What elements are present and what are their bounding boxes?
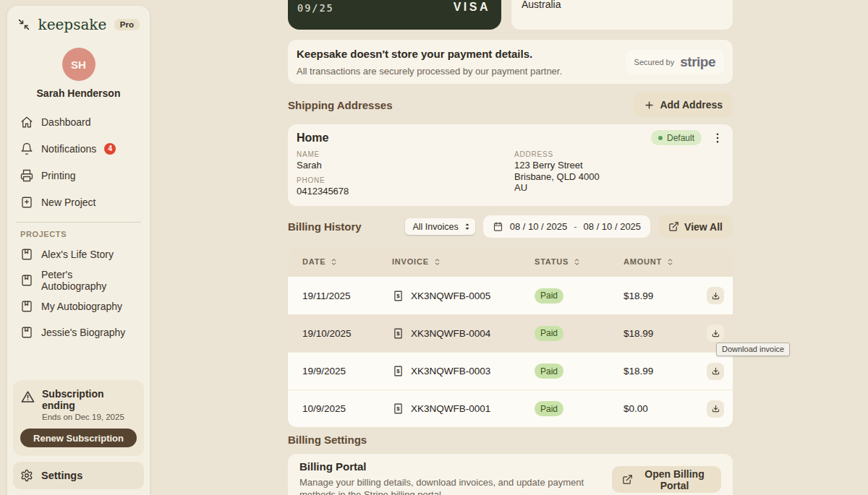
sidebar-item-label: Notifications <box>41 143 96 155</box>
address-field-value: 123 Berry Street Brisbane, QLD 4000 AU <box>514 160 600 194</box>
invoices-table: Date Invoice Status Amount 19/11/2025 $ … <box>288 246 733 427</box>
invoice-amount: $18.99 <box>624 290 707 301</box>
table-row: 19/10/2025 $ XK3NQWFB-0004 Paid $18.99 <box>288 314 733 352</box>
download-invoice-button[interactable] <box>707 287 724 304</box>
invoice-number-cell: $ XK3NQWFB-0003 <box>392 365 535 377</box>
renew-subscription-button[interactable]: Renew Subscription <box>20 429 137 447</box>
receipt-icon: $ <box>392 290 404 302</box>
keepsake-logo: keepsake <box>38 16 107 33</box>
sidebar-divider <box>16 222 141 223</box>
project-item-label: Jessie's Biography <box>41 327 125 338</box>
sort-icon <box>433 258 441 266</box>
invoice-date: 10/9/2025 <box>302 403 392 414</box>
billing-country: Australia <box>522 0 561 10</box>
sidebar-item-settings[interactable]: Settings <box>13 462 144 489</box>
phone-field-value: 0412345678 <box>297 186 724 197</box>
sidebar-header: keepsake Pro <box>13 16 144 33</box>
download-invoice-tooltip: Download invoice <box>716 343 790 356</box>
projects-list: Alex's Life Story Peter's Autobiography … <box>13 241 144 345</box>
projects-section-label: PROJECTS <box>13 228 144 241</box>
shipping-addresses-header: Shipping Addresses Add Address <box>288 92 733 117</box>
svg-text:$: $ <box>396 368 400 374</box>
add-address-button[interactable]: Add Address <box>634 92 733 117</box>
name-field-label: NAME <box>297 150 724 158</box>
book-icon <box>20 274 33 287</box>
address-label: Home <box>297 132 651 145</box>
billing-settings-page: keepsake Pro SH Sarah Henderson Dashboar… <box>0 0 868 495</box>
external-link-icon <box>622 474 633 485</box>
download-invoice-button[interactable] <box>707 324 724 342</box>
default-dot-icon <box>658 136 663 140</box>
date-range-picker[interactable]: 08 / 10 / 2025 - 08 / 10 / 2025 <box>483 215 650 238</box>
invoice-date: 19/10/2025 <box>302 328 392 339</box>
open-billing-portal-button[interactable]: Open Billing Portal <box>612 466 721 493</box>
name-field-value: Sarah <box>297 160 724 171</box>
plus-icon <box>644 100 655 111</box>
invoice-number: XK3NQWFB-0004 <box>411 328 490 339</box>
billing-country-card: Australia <box>511 0 733 30</box>
status-badge: Paid <box>535 326 563 341</box>
sort-icon <box>330 258 338 266</box>
column-header-status[interactable]: Status <box>535 257 624 266</box>
gear-icon <box>20 469 33 482</box>
address-options-kebab-icon[interactable] <box>711 132 724 145</box>
column-header-date[interactable]: Date <box>302 257 392 266</box>
status-badge: Paid <box>535 288 563 304</box>
phone-field-label: PHONE <box>297 176 724 184</box>
address-field-label: ADDRESS <box>514 150 600 158</box>
billing-portal-card: Billing Portal Manage your billing detai… <box>288 454 733 495</box>
project-item-peter[interactable]: Peter's Autobiography <box>13 267 144 293</box>
project-item-label: My Autobiography <box>41 301 122 312</box>
project-item-label: Alex's Life Story <box>41 249 114 260</box>
sidebar-item-label: New Project <box>41 197 95 208</box>
sidebar-item-dashboard[interactable]: Dashboard <box>13 108 144 135</box>
printer-icon <box>20 169 33 182</box>
sidebar-item-notifications[interactable]: Notifications 4 <box>13 135 144 162</box>
date-to[interactable]: 08 / 10 / 2025 <box>584 221 642 232</box>
download-invoice-button[interactable] <box>707 400 724 418</box>
date-from[interactable]: 08 / 10 / 2025 <box>510 221 568 232</box>
view-all-button[interactable]: View All <box>658 215 733 238</box>
billing-settings-title: Billing Settings <box>288 434 367 446</box>
book-icon <box>20 248 33 261</box>
invoice-number: XK3NQWFB-0003 <box>411 366 490 376</box>
column-header-invoice[interactable]: Invoice <box>392 257 535 266</box>
avatar: SH <box>62 48 95 81</box>
invoice-number-cell: $ XK3NQWFB-0005 <box>392 290 535 302</box>
status-badge: Paid <box>535 363 563 379</box>
default-address-badge: Default <box>651 130 702 145</box>
invoice-number: XK3NQWFB-0001 <box>411 403 490 414</box>
invoice-date: 19/11/2025 <box>302 290 392 301</box>
payment-notice-subtitle: All transactions are securely processed … <box>297 66 562 77</box>
receipt-icon: $ <box>392 327 404 340</box>
select-spinner-icon <box>464 221 471 232</box>
sidebar-item-new-project[interactable]: New Project <box>13 189 144 215</box>
invoice-number: XK3NQWFB-0005 <box>411 290 490 301</box>
home-icon <box>20 116 33 129</box>
billing-history-title: Billing History <box>288 220 362 233</box>
project-item-jessie[interactable]: Jessie's Biography <box>13 319 144 345</box>
invoice-amount: $18.99 <box>624 366 707 376</box>
address-card-home: Home Default NAME Sarah PHONE 0412345678 <box>288 124 733 206</box>
receipt-icon: $ <box>392 403 404 415</box>
subscription-title: Subscription ending <box>42 388 137 411</box>
svg-text:$: $ <box>396 330 400 337</box>
project-item-my[interactable]: My Autobiography <box>13 293 144 319</box>
download-invoice-button[interactable] <box>707 363 724 380</box>
sort-icon <box>573 258 581 266</box>
warning-icon <box>20 389 35 405</box>
project-item-alex[interactable]: Alex's Life Story <box>13 241 144 267</box>
column-header-amount[interactable]: Amount <box>624 257 707 266</box>
sidebar-item-label: Dashboard <box>41 116 91 128</box>
calendar-icon <box>493 221 503 232</box>
invoice-number-cell: $ XK3NQWFB-0004 <box>392 327 535 340</box>
subscription-ending-card: Subscription ending Ends on Dec 19, 2025… <box>13 380 144 456</box>
user-name: Sarah Henderson <box>13 87 144 99</box>
table-row: 19/11/2025 $ XK3NQWFB-0005 Paid $18.99 <box>288 277 733 314</box>
status-badge: Paid <box>535 401 563 416</box>
collapse-sidebar-icon[interactable] <box>17 18 30 31</box>
sidebar-item-printing[interactable]: Printing <box>13 162 144 189</box>
invoice-filter-select[interactable]: All Invoices <box>405 218 475 235</box>
receipt-icon: $ <box>392 365 404 377</box>
billing-portal-heading: Billing Portal <box>299 460 612 473</box>
